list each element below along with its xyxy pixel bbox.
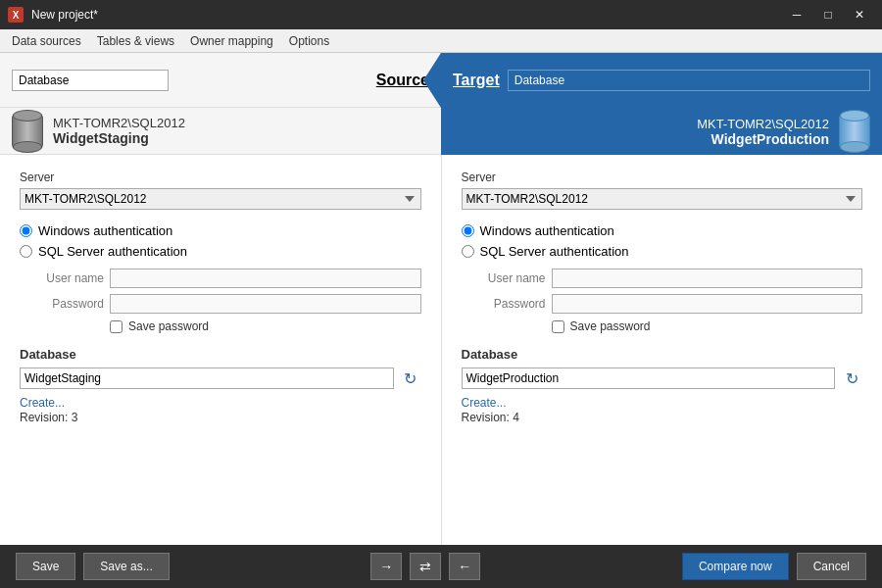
minimize-button[interactable]: ─ [782, 5, 811, 24]
source-target-header: Database Source Target Database [0, 53, 882, 108]
target-save-pw-row: Save password [552, 319, 863, 333]
source-section: Database Source [0, 53, 441, 108]
target-password-label: Password [477, 297, 546, 311]
target-db-icon [839, 114, 870, 149]
window-controls: ─ □ ✕ [782, 5, 874, 24]
target-create-link[interactable]: Create... [462, 396, 507, 410]
menu-options[interactable]: Options [281, 29, 337, 52]
target-database-label: Database [462, 347, 863, 362]
target-credentials: User name Password Save password [462, 269, 863, 333]
source-sql-auth-label: SQL Server authentication [38, 244, 187, 259]
source-windows-auth-radio[interactable] [20, 224, 32, 237]
target-db-info: MKT-TOMR2\SQL2012 WidgetProduction [441, 108, 882, 155]
target-db-select-row: WidgetProduction ↻ [462, 368, 863, 389]
source-sql-auth-item[interactable]: SQL Server authentication [20, 244, 421, 259]
source-server-input[interactable]: MKT-TOMR2\SQL2012 [20, 188, 421, 210]
menu-bar: Data sources Tables & views Owner mappin… [0, 29, 882, 53]
source-password-input[interactable] [110, 294, 421, 314]
target-db-name: WidgetProduction [697, 131, 829, 147]
source-save-pw-checkbox[interactable] [110, 320, 122, 333]
source-save-pw-label: Save password [128, 319, 209, 333]
target-save-pw-checkbox[interactable] [552, 320, 564, 333]
source-db-text: MKT-TOMR2\SQL2012 WidgetStaging [53, 116, 185, 146]
source-database-select[interactable]: WidgetStaging [20, 368, 394, 389]
source-db-icon [12, 114, 43, 149]
source-server-name: MKT-TOMR2\SQL2012 [53, 116, 185, 130]
target-sql-auth-label: SQL Server authentication [480, 244, 629, 259]
source-username-input[interactable] [110, 269, 421, 288]
nav-swap-button[interactable]: ⇄ [410, 553, 441, 580]
source-type-select[interactable]: Database [12, 70, 169, 91]
title-bar: X New project* ─ □ ✕ [0, 0, 882, 29]
source-windows-auth-label: Windows authentication [38, 223, 172, 238]
source-server-label: Server [20, 171, 421, 184]
nav-left-button[interactable]: ← [449, 553, 480, 580]
maximize-button[interactable]: □ [813, 5, 843, 24]
close-button[interactable]: ✕ [845, 5, 874, 24]
target-label: Target [453, 72, 500, 89]
target-server-input[interactable]: MKT-TOMR2\SQL2012 [462, 188, 863, 210]
source-password-label: Password [35, 297, 104, 311]
source-password-row: Password [35, 294, 421, 314]
target-database-section: Database WidgetProduction ↻ Create... Re… [462, 347, 863, 424]
target-windows-auth-item[interactable]: Windows authentication [462, 223, 863, 238]
db-info-bar: MKT-TOMR2\SQL2012 WidgetStaging MKT-TOMR… [0, 108, 882, 155]
target-save-pw-label: Save password [570, 319, 651, 333]
source-auth-group: Windows authentication SQL Server authen… [20, 223, 421, 259]
source-revision-text: Revision: 3 [20, 411, 77, 424]
target-section: Target Database [441, 53, 882, 108]
source-db-name: WidgetStaging [53, 130, 185, 146]
target-username-label: User name [477, 271, 546, 285]
menu-owner-mapping[interactable]: Owner mapping [182, 29, 281, 52]
target-username-row: User name [477, 269, 863, 288]
target-auth-group: Windows authentication SQL Server authen… [462, 223, 863, 259]
main-content: Server MKT-TOMR2\SQL2012 Windows authent… [0, 155, 882, 545]
source-server-group: Server MKT-TOMR2\SQL2012 [20, 171, 421, 210]
target-cylinder [839, 114, 870, 149]
source-db-select-wrap: Database [12, 70, 376, 91]
target-windows-auth-radio[interactable] [462, 224, 474, 237]
target-username-input[interactable] [552, 269, 863, 288]
target-server-name: MKT-TOMR2\SQL2012 [697, 117, 829, 131]
compare-now-button[interactable]: Compare now [682, 553, 789, 580]
app-icon: X [8, 7, 24, 23]
source-save-pw-row: Save password [110, 319, 421, 333]
target-refresh-button[interactable]: ↻ [841, 368, 862, 389]
target-database-select[interactable]: WidgetProduction [462, 368, 836, 389]
target-sql-auth-item[interactable]: SQL Server authentication [462, 244, 863, 259]
bottom-bar: Save Save as... → ⇄ ← Compare now Cancel [0, 545, 882, 588]
source-credentials: User name Password Save password [20, 269, 421, 333]
target-password-input[interactable] [552, 294, 863, 314]
source-panel: Server MKT-TOMR2\SQL2012 Windows authent… [0, 155, 442, 545]
target-revision-text: Revision: 4 [462, 411, 519, 424]
target-server-label: Server [462, 171, 863, 184]
source-database-label: Database [20, 347, 421, 362]
source-username-row: User name [35, 269, 421, 288]
target-server-group: Server MKT-TOMR2\SQL2012 [462, 171, 863, 210]
source-create-link[interactable]: Create... [20, 396, 65, 410]
save-button[interactable]: Save [16, 553, 75, 580]
source-db-info: MKT-TOMR2\SQL2012 WidgetStaging [0, 108, 441, 155]
source-cylinder [12, 114, 43, 149]
target-type-select[interactable]: Database [508, 70, 870, 91]
menu-tables-views[interactable]: Tables & views [89, 29, 182, 52]
save-as-button[interactable]: Save as... [83, 553, 169, 580]
menu-data-sources[interactable]: Data sources [4, 29, 89, 52]
source-windows-auth-item[interactable]: Windows authentication [20, 223, 421, 238]
source-db-select-row: WidgetStaging ↻ [20, 368, 421, 389]
target-password-row: Password [477, 294, 863, 314]
cancel-button[interactable]: Cancel [797, 553, 866, 580]
target-sql-auth-radio[interactable] [462, 245, 474, 258]
target-windows-auth-label: Windows authentication [480, 223, 614, 238]
nav-right-button[interactable]: → [370, 553, 402, 580]
source-refresh-button[interactable]: ↻ [400, 368, 421, 389]
source-database-section: Database WidgetStaging ↻ Create... Revis… [20, 347, 421, 424]
source-label: Source [376, 72, 429, 89]
target-panel: Server MKT-TOMR2\SQL2012 Windows authent… [442, 155, 883, 545]
source-sql-auth-radio[interactable] [20, 245, 32, 258]
source-username-label: User name [35, 271, 104, 285]
target-db-text: MKT-TOMR2\SQL2012 WidgetProduction [697, 117, 829, 147]
window-title: New project* [31, 8, 782, 22]
